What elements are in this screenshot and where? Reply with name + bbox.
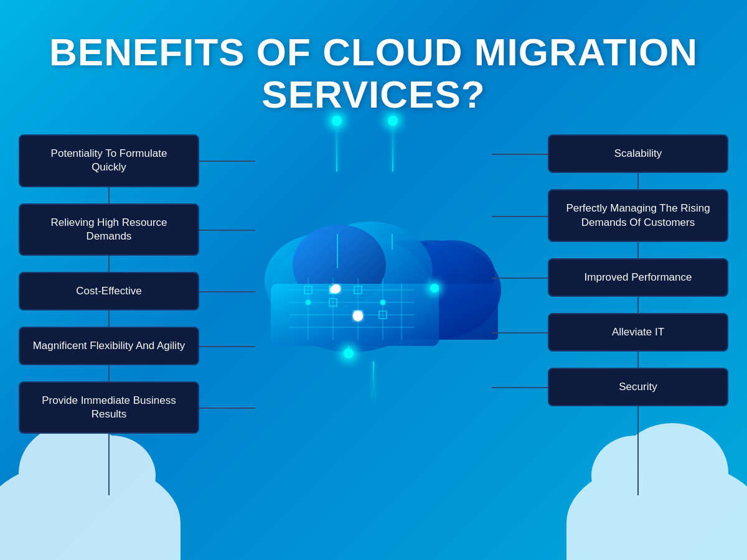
rh-connector-2 <box>492 216 548 217</box>
benefit-box-managing: Perfectly Managing The Rising Demands Of… <box>548 189 728 241</box>
h-connector-5 <box>199 408 255 409</box>
glow-dot-side <box>430 284 439 292</box>
right-benefit-item-2: Perfectly Managing The Rising Demands Of… <box>548 189 728 241</box>
benefit-box-scalability: Scalability <box>548 134 728 173</box>
svg-point-26 <box>380 300 385 305</box>
v-sep-4 <box>108 365 110 381</box>
right-benefit-item-4: Alleviate IT <box>548 313 728 352</box>
h-connector-4 <box>199 346 255 347</box>
right-benefit-item-5: Security <box>548 368 728 406</box>
left-benefit-item-4: Magnificent Flexibility And Agility <box>19 327 199 365</box>
svg-point-27 <box>306 300 311 305</box>
title-section: BENEFITS OF CLOUD MIGRATION SERVICES? <box>49 0 698 128</box>
benefit-box-performance: Improved Performance <box>548 258 728 297</box>
svg-point-29 <box>353 311 363 321</box>
left-benefit-item-1: Potentiality To Formulate Quickly <box>19 134 199 187</box>
rh-connector-3 <box>492 278 548 279</box>
cloud-svg <box>240 178 507 365</box>
rh-connector-1 <box>492 154 548 155</box>
rh-connector-4 <box>492 332 548 334</box>
v-sep-2 <box>108 256 110 272</box>
benefit-box-cost: Cost-Effective <box>19 272 199 310</box>
benefit-box-alleviate: Alleviate IT <box>548 313 728 352</box>
left-benefit-item-2: Relieving High Resource Demands <box>19 203 199 256</box>
cloud-svg-wrapper <box>240 178 507 365</box>
rv-sep-4 <box>637 352 639 368</box>
benefit-box-immediate: Provide Immediate Business Results <box>19 381 199 434</box>
v-sep-1 <box>108 187 110 203</box>
right-benefit-item-1: Scalability <box>548 134 728 173</box>
v-sep-3 <box>108 310 110 327</box>
rv-sep-3 <box>637 297 639 313</box>
benefit-box-relieving: Relieving High Resource Demands <box>19 203 199 256</box>
benefit-box-flexibility: Magnificent Flexibility And Agility <box>19 327 199 365</box>
svg-point-28 <box>332 284 341 293</box>
h-connector-3 <box>199 291 255 292</box>
rh-connector-5 <box>492 387 548 388</box>
glow-dot-bottom <box>344 348 354 358</box>
page-container: BENEFITS OF CLOUD MIGRATION SERVICES? Po… <box>0 0 747 560</box>
benefit-box-potentiality: Potentiality To Formulate Quickly <box>19 134 199 187</box>
h-connector-2 <box>199 230 255 231</box>
left-benefit-item-3: Cost-Effective <box>19 272 199 310</box>
benefit-box-security: Security <box>548 368 728 406</box>
bottom-stem-lower <box>373 362 374 399</box>
left-benefit-item-5: Provide Immediate Business Results <box>19 381 199 434</box>
rv-sep-2 <box>637 242 639 258</box>
page-title: BENEFITS OF CLOUD MIGRATION SERVICES? <box>49 31 698 116</box>
left-benefits-column: Potentiality To Formulate Quickly Reliev… <box>19 134 199 434</box>
cloud-center <box>240 116 507 399</box>
right-benefits-column: Scalability Perfectly Managing The Risin… <box>548 134 728 406</box>
h-connector-1 <box>199 161 255 162</box>
rv-sep-1 <box>637 173 639 189</box>
right-benefit-item-3: Improved Performance <box>548 258 728 297</box>
